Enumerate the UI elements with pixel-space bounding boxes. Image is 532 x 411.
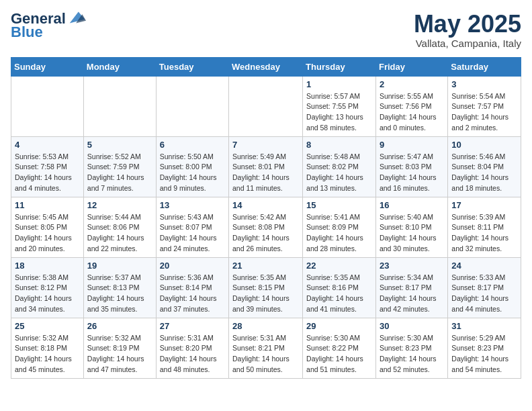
- day-info: Sunrise: 5:30 AMSunset: 8:23 PMDaylight:…: [380, 333, 444, 375]
- day-info: Sunrise: 5:53 AMSunset: 7:58 PMDaylight:…: [15, 152, 80, 194]
- day-info: Sunrise: 5:40 AMSunset: 8:10 PMDaylight:…: [380, 212, 444, 255]
- day-number: 16: [380, 200, 444, 210]
- day-number: 9: [380, 140, 444, 150]
- calendar-cell: 31Sunrise: 5:29 AMSunset: 8:23 PMDayligh…: [448, 318, 521, 378]
- day-number: 3: [451, 79, 517, 89]
- day-info: Sunrise: 5:34 AMSunset: 8:17 PMDaylight:…: [380, 273, 444, 315]
- day-info: Sunrise: 5:49 AMSunset: 8:01 PMDaylight:…: [232, 152, 299, 194]
- day-number: 17: [451, 200, 517, 210]
- day-number: 10: [451, 140, 517, 150]
- day-info: Sunrise: 5:31 AMSunset: 8:21 PMDaylight:…: [232, 333, 299, 375]
- day-info: Sunrise: 5:30 AMSunset: 8:22 PMDaylight:…: [306, 333, 372, 375]
- day-number: 11: [15, 200, 80, 210]
- day-info: Sunrise: 5:55 AMSunset: 7:56 PMDaylight:…: [380, 91, 444, 134]
- day-info: Sunrise: 5:52 AMSunset: 7:59 PMDaylight:…: [87, 152, 152, 194]
- day-info: Sunrise: 5:42 AMSunset: 8:08 PMDaylight:…: [232, 212, 299, 255]
- day-info: Sunrise: 5:54 AMSunset: 7:57 PMDaylight:…: [451, 91, 517, 134]
- day-number: 29: [306, 321, 372, 331]
- day-info: Sunrise: 5:35 AMSunset: 8:15 PMDaylight:…: [232, 273, 299, 315]
- day-number: 27: [160, 321, 225, 331]
- calendar-cell: 19Sunrise: 5:37 AMSunset: 8:13 PMDayligh…: [83, 257, 156, 318]
- day-number: 21: [232, 261, 299, 271]
- title-block: May 2025 Vallata, Campania, Italy: [414, 11, 521, 49]
- calendar-cell: 17Sunrise: 5:39 AMSunset: 8:11 PMDayligh…: [448, 197, 521, 257]
- calendar-cell: 20Sunrise: 5:36 AMSunset: 8:14 PMDayligh…: [156, 257, 228, 318]
- calendar-cell: 14Sunrise: 5:42 AMSunset: 8:08 PMDayligh…: [229, 197, 303, 257]
- day-info: Sunrise: 5:48 AMSunset: 8:02 PMDaylight:…: [306, 152, 372, 194]
- day-info: Sunrise: 5:33 AMSunset: 8:17 PMDaylight:…: [451, 273, 517, 315]
- day-info: Sunrise: 5:32 AMSunset: 8:19 PMDaylight:…: [87, 333, 152, 375]
- calendar-cell: 9Sunrise: 5:47 AMSunset: 8:03 PMDaylight…: [375, 136, 447, 197]
- calendar-table: SundayMondayTuesdayWednesdayThursdayFrid…: [11, 57, 521, 379]
- day-info: Sunrise: 5:36 AMSunset: 8:14 PMDaylight:…: [160, 273, 225, 315]
- day-info: Sunrise: 5:37 AMSunset: 8:13 PMDaylight:…: [87, 273, 152, 315]
- day-number: 30: [380, 321, 444, 331]
- day-info: Sunrise: 5:45 AMSunset: 8:05 PMDaylight:…: [15, 212, 80, 255]
- day-info: Sunrise: 5:29 AMSunset: 8:23 PMDaylight:…: [451, 333, 517, 375]
- day-info: Sunrise: 5:39 AMSunset: 8:11 PMDaylight:…: [451, 212, 517, 255]
- calendar-cell: 22Sunrise: 5:35 AMSunset: 8:16 PMDayligh…: [303, 257, 376, 318]
- day-info: Sunrise: 5:47 AMSunset: 8:03 PMDaylight:…: [380, 152, 444, 194]
- day-info: Sunrise: 5:46 AMSunset: 8:04 PMDaylight:…: [451, 152, 517, 194]
- day-number: 14: [232, 200, 299, 210]
- calendar-cell: 30Sunrise: 5:30 AMSunset: 8:23 PMDayligh…: [375, 318, 447, 378]
- day-number: 4: [15, 140, 80, 150]
- day-info: Sunrise: 5:32 AMSunset: 8:18 PMDaylight:…: [15, 333, 80, 375]
- day-info: Sunrise: 5:31 AMSunset: 8:20 PMDaylight:…: [160, 333, 225, 375]
- calendar-cell: 12Sunrise: 5:44 AMSunset: 8:06 PMDayligh…: [83, 197, 156, 257]
- logo: General Blue: [11, 11, 86, 40]
- calendar-cell: 25Sunrise: 5:32 AMSunset: 8:18 PMDayligh…: [11, 318, 84, 378]
- calendar-cell: 27Sunrise: 5:31 AMSunset: 8:20 PMDayligh…: [156, 318, 228, 378]
- calendar-cell: [229, 76, 303, 136]
- day-info: Sunrise: 5:50 AMSunset: 8:00 PMDaylight:…: [160, 152, 225, 194]
- logo-icon: [67, 8, 86, 27]
- col-header-thursday: Thursday: [303, 57, 376, 76]
- col-header-sunday: Sunday: [11, 57, 84, 76]
- calendar-cell: 8Sunrise: 5:48 AMSunset: 8:02 PMDaylight…: [303, 136, 376, 197]
- day-info: Sunrise: 5:38 AMSunset: 8:12 PMDaylight:…: [15, 273, 80, 315]
- day-number: 2: [380, 79, 444, 89]
- day-number: 5: [87, 140, 152, 150]
- day-info: Sunrise: 5:44 AMSunset: 8:06 PMDaylight:…: [87, 212, 152, 255]
- calendar-week-3: 11Sunrise: 5:45 AMSunset: 8:05 PMDayligh…: [11, 197, 521, 257]
- month-title: May 2025: [414, 11, 521, 38]
- day-info: Sunrise: 5:35 AMSunset: 8:16 PMDaylight:…: [306, 273, 372, 315]
- col-header-monday: Monday: [83, 57, 156, 76]
- calendar-cell: 5Sunrise: 5:52 AMSunset: 7:59 PMDaylight…: [83, 136, 156, 197]
- calendar-cell: 18Sunrise: 5:38 AMSunset: 8:12 PMDayligh…: [11, 257, 84, 318]
- col-header-tuesday: Tuesday: [156, 57, 228, 76]
- calendar-week-2: 4Sunrise: 5:53 AMSunset: 7:58 PMDaylight…: [11, 136, 521, 197]
- day-number: 12: [87, 200, 152, 210]
- day-number: 19: [87, 261, 152, 271]
- day-number: 26: [87, 321, 152, 331]
- calendar-cell: 2Sunrise: 5:55 AMSunset: 7:56 PMDaylight…: [375, 76, 447, 136]
- day-number: 31: [451, 321, 517, 331]
- calendar-week-5: 25Sunrise: 5:32 AMSunset: 8:18 PMDayligh…: [11, 318, 521, 378]
- calendar-cell: 13Sunrise: 5:43 AMSunset: 8:07 PMDayligh…: [156, 197, 228, 257]
- calendar-cell: 11Sunrise: 5:45 AMSunset: 8:05 PMDayligh…: [11, 197, 84, 257]
- calendar-header-row: SundayMondayTuesdayWednesdayThursdayFrid…: [11, 57, 521, 76]
- calendar-cell: [11, 76, 84, 136]
- calendar-week-1: 1Sunrise: 5:57 AMSunset: 7:55 PMDaylight…: [11, 76, 521, 136]
- col-header-friday: Friday: [375, 57, 447, 76]
- day-number: 15: [306, 200, 372, 210]
- day-info: Sunrise: 5:43 AMSunset: 8:07 PMDaylight:…: [160, 212, 225, 255]
- day-number: 25: [15, 321, 80, 331]
- calendar-cell: 21Sunrise: 5:35 AMSunset: 8:15 PMDayligh…: [229, 257, 303, 318]
- day-number: 20: [160, 261, 225, 271]
- day-number: 7: [232, 140, 299, 150]
- day-number: 22: [306, 261, 372, 271]
- col-header-saturday: Saturday: [448, 57, 521, 76]
- day-number: 24: [451, 261, 517, 271]
- location: Vallata, Campania, Italy: [414, 38, 521, 49]
- page-header: General Blue May 2025 Vallata, Campania,…: [11, 11, 521, 49]
- calendar-cell: [156, 76, 228, 136]
- calendar-cell: 15Sunrise: 5:41 AMSunset: 8:09 PMDayligh…: [303, 197, 376, 257]
- day-info: Sunrise: 5:41 AMSunset: 8:09 PMDaylight:…: [306, 212, 372, 255]
- day-number: 1: [306, 79, 372, 89]
- calendar-cell: 28Sunrise: 5:31 AMSunset: 8:21 PMDayligh…: [229, 318, 303, 378]
- calendar-cell: 23Sunrise: 5:34 AMSunset: 8:17 PMDayligh…: [375, 257, 447, 318]
- day-number: 18: [15, 261, 80, 271]
- calendar-cell: 16Sunrise: 5:40 AMSunset: 8:10 PMDayligh…: [375, 197, 447, 257]
- calendar-cell: 1Sunrise: 5:57 AMSunset: 7:55 PMDaylight…: [303, 76, 376, 136]
